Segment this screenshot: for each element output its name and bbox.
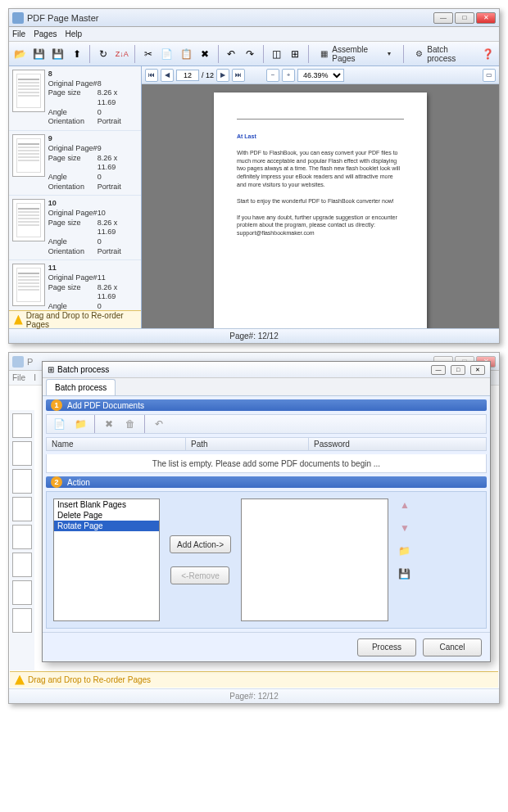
crop-icon[interactable]: ◫ [269,45,284,63]
rotate-right-icon[interactable]: ↷ [243,45,258,63]
help-icon[interactable]: ❓ [480,45,496,63]
page-thumbnail[interactable] [12,264,45,306]
available-actions-list[interactable]: Insert Blank Pages Delete Page Rotate Pa… [53,498,160,621]
separator [94,415,95,433]
action-item-selected[interactable]: Rotate Page [54,521,159,531]
split-icon[interactable]: ⊞ [288,45,303,63]
dialog-maximize-button[interactable]: □ [451,365,465,375]
cut-icon[interactable]: ✂ [140,45,156,63]
thumb-row[interactable]: 8 Original Page#8 Page size8.26 x 11.69 … [9,66,141,131]
save-icon[interactable]: 💾 [31,45,47,63]
status-bar: Page#: 12/12 [9,328,499,343]
document-table-header: Name Path Password [46,437,487,451]
page-viewer[interactable]: At Last With PDF to FlashBook, you can e… [142,84,499,328]
viewer-pane: ⏮ ◀ / 12 ▶ ⏭ − + 46.39% ▭ At Last With P… [142,66,499,328]
warning-icon [14,315,23,325]
first-page-button[interactable]: ⏮ [145,69,158,82]
hint-text: Drag and Drop to Re-order Pages [26,311,136,329]
page-thumbnail[interactable] [12,70,45,112]
action-area: Insert Blank Pages Delete Page Rotate Pa… [46,491,487,629]
app-icon [12,12,24,24]
document-list[interactable]: The list is empty. Please add some PDF d… [46,454,487,473]
col-name[interactable]: Name [47,438,186,450]
up-icon[interactable]: ⬆ [69,45,84,63]
clear-icon[interactable]: 🗑 [121,415,139,433]
gear-icon: ⚙ [414,48,424,60]
menu-file[interactable]: File [12,29,25,38]
copy-icon[interactable]: 📄 [159,45,175,63]
selected-actions-list[interactable] [241,498,388,621]
open-icon[interactable]: 📂 [12,45,28,63]
step-2-icon: 2 [51,476,62,488]
save-as-icon[interactable]: 💾 [50,45,66,63]
move-up-icon[interactable]: ▲ [398,498,411,512]
section-action: 2 Action [46,476,487,488]
col-password[interactable]: Password [309,438,486,450]
dialog-close-button[interactable]: ✕ [470,365,485,375]
page-thumbnail[interactable] [12,199,45,241]
sort-icon[interactable]: Z↓A [114,45,129,63]
thumbnail-list[interactable]: 8 Original Page#8 Page size8.26 x 11.69 … [9,66,141,310]
refresh-icon[interactable]: ↻ [95,45,111,63]
page-thumbnail[interactable] [12,134,45,177]
thumb-row[interactable]: 11 Original Page#11 Page size8.26 x 11.6… [9,260,141,310]
maximize-button[interactable]: □ [455,12,474,24]
paste-icon[interactable]: 📋 [178,45,193,63]
menu-pages[interactable]: Pages [34,29,57,38]
view-mode-button[interactable]: ▭ [483,69,496,82]
process-button[interactable]: Process [357,638,416,656]
action-buttons: Add Action-> <-Remove [170,498,231,621]
thumb-row[interactable]: 9 Original Page#9 Page size8.26 x 11.69 … [9,131,141,196]
tab-batch-process[interactable]: Batch process [46,379,116,395]
separator [144,415,145,433]
save-icon[interactable]: 💾 [398,567,411,580]
page-para: With PDF to FlashBook, you can easy conv… [237,149,404,189]
assemble-pages-button[interactable]: ▦ Assemble Pages ▼ [314,45,398,63]
close-button[interactable]: ✕ [476,12,496,24]
col-path[interactable]: Path [186,438,309,450]
add-folder-icon[interactable]: 📁 [71,415,89,433]
page-nav-bar: ⏮ ◀ / 12 ▶ ⏭ − + 46.39% ▭ [142,66,499,84]
move-down-icon[interactable]: ▼ [398,521,411,535]
add-action-button[interactable]: Add Action-> [170,535,231,553]
step-1-icon: 1 [51,399,62,411]
thumb-row[interactable]: 10 Original Page#10 Page size8.26 x 11.6… [9,196,141,260]
action-item[interactable]: Delete Page [54,510,159,521]
folder-icon[interactable]: 📁 [398,544,411,557]
separator [308,45,309,63]
section-title: Action [67,478,90,487]
zoom-in-button[interactable]: + [282,69,295,82]
dialog-minimize-button[interactable]: — [431,365,446,375]
hint-text: Drag and Drop to Re-order Pages [28,675,151,684]
app-icon [12,356,24,368]
minimize-button[interactable]: — [433,12,453,24]
last-page-button[interactable]: ⏭ [232,69,245,82]
page-heading: At Last [237,133,404,141]
action-item[interactable]: Insert Blank Pages [54,499,159,510]
remove-icon[interactable]: ✖ [100,415,118,433]
menubar: File Pages Help [9,27,499,42]
undo-icon[interactable]: ↶ [150,415,168,433]
zoom-select[interactable]: 46.39% [297,69,344,82]
titlebar[interactable]: PDF Page Master — □ ✕ [9,9,499,27]
reorder-icons: ▲ ▼ 📁 💾 [398,498,411,621]
add-file-icon[interactable]: 📄 [50,415,68,433]
batch-dialog-window: P — □ ✕ File I Drag and Drop to Re-order… [8,352,500,704]
dialog-titlebar[interactable]: ⊞ Batch process — □ ✕ [43,362,490,378]
menu-help[interactable]: Help [65,29,82,38]
separator [134,45,135,63]
page-input[interactable] [176,70,199,81]
prev-page-button[interactable]: ◀ [161,69,174,82]
remove-action-button[interactable]: <-Remove [170,566,229,584]
rotate-left-icon[interactable]: ↶ [224,45,239,63]
separator [218,45,219,63]
batch-process-button[interactable]: ⚙ Batch process [408,45,477,63]
app-title: PDF Page Master [27,13,433,23]
zoom-out-button[interactable]: − [266,69,279,82]
delete-icon[interactable]: ✖ [197,45,213,63]
warning-icon [15,675,25,685]
dialog-body: 1 Add PDF Documents 📄 📁 ✖ 🗑 ↶ Name Path … [43,396,490,632]
page-para: If you have any doubt, further upgrade s… [237,214,404,237]
next-page-button[interactable]: ▶ [216,69,229,82]
cancel-button[interactable]: Cancel [423,638,482,656]
